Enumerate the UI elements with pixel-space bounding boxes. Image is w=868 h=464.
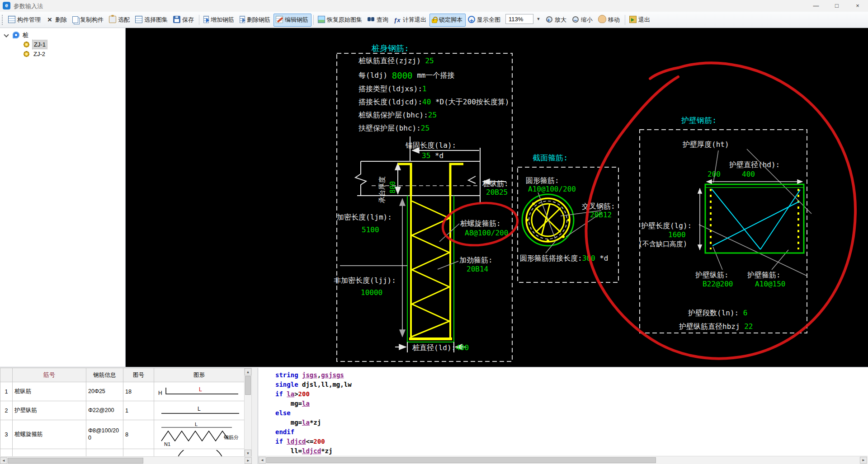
tree-node-label[interactable]: ZJ-2 [33, 50, 45, 58]
zoom-level-combobox[interactable]: 113% [505, 14, 533, 24]
svg-text:圆形箍筋搭接长度:300 *d: 圆形箍筋搭接长度:300 *d [520, 254, 608, 262]
zoom-dropdown-arrow[interactable]: ▼ [534, 14, 542, 25]
rebar-shape-zigzag: L N1 钢筋分 [156, 421, 245, 446]
scroll-thumb[interactable] [266, 457, 656, 463]
svg-text:护壁段数(ln): 6: 护壁段数(ln): 6 [688, 309, 747, 317]
table-horizontal-scrollbar[interactable]: ◄ ► [0, 456, 252, 464]
table-row[interactable]: 2 护壁纵筋 Φ22@200 1 L [0, 401, 245, 420]
exit-icon [629, 16, 637, 23]
add-rebar-button[interactable]: 增加钢筋 [201, 14, 237, 27]
zoom-out-button[interactable]: 缩小 [570, 14, 596, 27]
svg-text:搭接类型(ldjxs):1: 搭接类型(ldjxs):1 [359, 84, 427, 93]
pan-button[interactable]: 移动 [596, 14, 623, 27]
stiff-hoop-label: 加劲箍筋: [459, 256, 493, 264]
fit-view-button[interactable]: 显示全图 [466, 14, 504, 27]
pile-section-title: 桩身钢筋: [371, 43, 409, 53]
delete-button[interactable]: 删除 [44, 14, 70, 27]
wall-long-rebar-value: B22@200 [703, 280, 733, 288]
x-icon [46, 16, 53, 23]
scroll-right-button[interactable]: ► [245, 457, 252, 464]
script-code[interactable]: string jsgs,gsjsgssingle djsl,ll,mg,lwif… [275, 370, 352, 456]
rebar-table: 筋号 钢筋信息 图号 图形 1 桩纵筋 20Φ25 18 H L 2 护壁纵筋 … [0, 368, 245, 464]
wall-long-rebar-label: 护壁纵筋: [695, 271, 729, 279]
cad-drawing: 桩身钢筋: 截面箍筋: 护壁钢筋: 桩纵筋直径(zjzj) 25 每(ldj) … [126, 28, 868, 367]
wall-length-label: 护壁长度(lg): [641, 221, 692, 230]
calc-exit-button[interactable]: 计算退出 [392, 14, 429, 27]
lock-icon [432, 19, 437, 23]
exit-button[interactable]: 退出 [627, 14, 653, 27]
toolbar-grip[interactable] [2, 15, 5, 25]
scroll-down-button[interactable]: ▼ [245, 450, 251, 457]
panel-splitter[interactable] [252, 368, 258, 464]
table-header-row: 筋号 钢筋信息 图号 图形 [0, 368, 245, 382]
svg-text:35 *d: 35 *d [422, 151, 443, 160]
scroll-thumb[interactable] [8, 458, 143, 464]
wall-length-value: 1600 [668, 230, 686, 239]
minimize-button[interactable]: — [806, 0, 826, 12]
table-vertical-scrollbar[interactable]: ▲ ▼ [244, 368, 252, 457]
copy-component-button[interactable]: 复制构件 [70, 14, 107, 27]
close-button[interactable]: × [847, 0, 868, 12]
svg-text:桩直径(ld):400: 桩直径(ld):400 [412, 343, 469, 352]
restore-original-atlas-button[interactable]: 恢复原始图集 [316, 14, 365, 27]
tree-node-pile[interactable]: 桩 [0, 31, 122, 40]
header-rebar-no: 筋号 [13, 368, 86, 382]
gear-icon [24, 42, 29, 47]
fx-icon [394, 16, 401, 23]
header-rebar-info: 钢筋信息 [86, 368, 123, 382]
rebar-table-panel: 筋号 钢筋信息 图号 图形 1 桩纵筋 20Φ25 18 H L 2 护壁纵筋 … [0, 368, 252, 464]
tree-node-label[interactable]: ZJ-1 [33, 40, 47, 49]
dense-length-value: 5100 [362, 225, 379, 234]
select-atlas-button[interactable]: 选择图集 [133, 14, 171, 27]
edit-rebar-button[interactable]: 编辑钢筋 [274, 14, 311, 27]
match-select-button[interactable]: 选配 [107, 14, 133, 27]
scroll-right-button[interactable]: ► [860, 457, 867, 464]
editor-horizontal-scrollbar[interactable]: ◄ ► [258, 456, 868, 464]
query-button[interactable]: 查询 [365, 14, 392, 27]
tree-node-label[interactable]: 桩 [23, 31, 28, 39]
save-button[interactable]: 保存 [171, 14, 197, 27]
circular-hoop-label: 圆形箍筋: [526, 176, 559, 185]
tree-node-zj1[interactable]: ZJ-1 [0, 40, 122, 49]
toolbar-separator [313, 15, 314, 25]
tree-node-zj2[interactable]: ZJ-2 [0, 50, 122, 59]
scroll-up-button[interactable]: ▲ [245, 368, 251, 375]
long-rebar-value: 20B25 [486, 188, 508, 197]
scroll-left-button[interactable]: ◄ [259, 457, 266, 464]
cad-canvas[interactable]: 桩身钢筋: 截面箍筋: 护壁钢筋: 桩纵筋直径(zjzj) 25 每(ldj) … [126, 28, 868, 367]
cross-rebar-value: 20B12 [590, 211, 612, 219]
scroll-thumb[interactable] [245, 376, 251, 395]
svg-text:H: H [158, 390, 162, 396]
rebar-shape-line: L [156, 402, 245, 417]
maximize-button[interactable]: □ [826, 0, 847, 12]
image-icon [318, 16, 325, 23]
table-row[interactable]: 1 桩纵筋 20Φ25 18 H L [0, 382, 245, 401]
spiral-hoop-label: 桩螺旋箍筋: [460, 219, 501, 228]
component-manage-button[interactable]: 构件管理 [6, 14, 44, 27]
hoop-section-title: 截面箍筋: [533, 153, 568, 162]
scroll-left-button[interactable]: ◄ [0, 457, 7, 464]
component-tree-panel: 桩 ZJ-1 ZJ-2 [0, 28, 126, 367]
wall-hoop-value: A10@150 [755, 280, 785, 288]
svg-text:搭接长度(ldjcd):40 *D(大于200按长度算): 搭接长度(ldjcd):40 *D(大于200按长度算) [359, 98, 509, 106]
cap-thickness-value: 800 [389, 181, 397, 193]
wall-diameter-label: 护壁直径(hd): [729, 160, 780, 169]
lock-script-button[interactable]: 锁定脚本 [429, 14, 466, 27]
dense-length-label: 加密长度(ljm): [337, 213, 392, 221]
zoom-in-button[interactable]: 放大 [543, 14, 570, 27]
wall-hoop-label: 护壁箍筋: [747, 271, 781, 279]
atlas-grid-icon [135, 16, 142, 23]
nondense-length-value: 10000 [361, 288, 382, 297]
chevron-down-icon[interactable] [4, 32, 9, 37]
cap-thickness-label: 承台厚度 [378, 176, 386, 203]
nondense-length-label: 非加密长度(ljj): [334, 276, 396, 285]
delete-rebar-button[interactable]: 删除钢筋 [237, 14, 274, 27]
app-icon: e [3, 2, 10, 9]
table-row[interactable]: 3 桩螺旋箍筋 Φ8@100/200 8 L N1 钢筋分 [0, 420, 245, 449]
toolbar: 构件管理删除复制构件选配选择图集保存增加钢筋删除钢筋编辑钢筋恢复原始图集查询计算… [0, 12, 868, 28]
svg-text:L: L [198, 406, 201, 412]
circular-hoop-value: A10@100/200 [528, 185, 576, 193]
wall-section-title: 护壁钢筋: [681, 116, 717, 125]
rebar-shape-hook-line: H L [156, 383, 245, 398]
script-editor-panel[interactable]: string jsgs,gsjsgssingle djsl,ll,mg,lwif… [258, 368, 868, 464]
